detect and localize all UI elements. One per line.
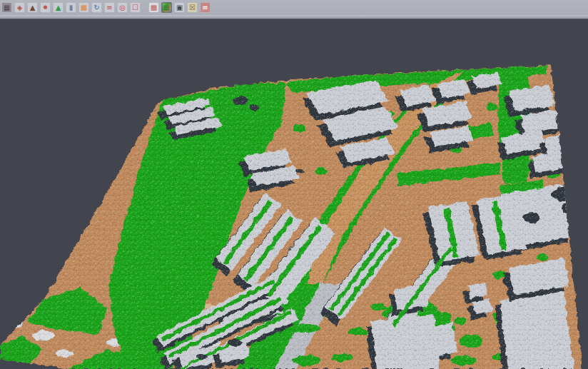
terrain-brown-icon[interactable]: ▲	[27, 2, 38, 13]
target-ring-icon[interactable]: ◎	[117, 2, 128, 13]
grid-hatch-icon[interactable]: ▩	[148, 2, 159, 13]
profile-column-icon[interactable]: ▮	[66, 2, 76, 13]
point-select-icon[interactable]: ●	[40, 2, 51, 13]
app-window: ▦◈▲●▲▮■↻≡◎☐▩▦▣☒≡	[0, 0, 588, 369]
camera-dark-icon[interactable]: ▣	[174, 2, 185, 13]
profile-column-glyph: ▮	[69, 4, 74, 11]
refresh-globe-glyph: ↻	[93, 4, 99, 11]
list-red-icon[interactable]: ≡	[104, 2, 115, 13]
main-toolbar: ▦◈▲●▲▮■↻≡◎☐▩▦▣☒≡	[0, 0, 588, 19]
terrain-green-glyph: ▲	[56, 4, 61, 11]
move-view-glyph: ◈	[17, 4, 23, 11]
classified-view-icon[interactable]: ▦	[161, 2, 172, 13]
point-speckle-overlay	[0, 0, 588, 369]
selection-frame-icon[interactable]: ☐	[130, 2, 141, 13]
toolbar-separator	[0, 15, 588, 19]
point-cloud-cube-glyph: ▦	[4, 4, 10, 11]
refresh-globe-icon[interactable]: ↻	[91, 2, 102, 13]
target-ring-glyph: ◎	[119, 4, 126, 11]
list-red-glyph: ≡	[106, 4, 112, 11]
red-bars-glyph: ≡	[202, 4, 208, 11]
ortho-square-glyph: ■	[81, 4, 87, 11]
clear-marks-icon[interactable]: ☒	[187, 2, 198, 13]
point-select-glyph: ●	[43, 5, 47, 10]
toolbar-icon-row: ▦◈▲●▲▮■↻≡◎☐▩▦▣☒≡	[0, 0, 588, 15]
camera-dark-glyph: ▣	[176, 4, 183, 11]
selection-frame-glyph: ☐	[132, 4, 138, 11]
terrain-brown-glyph: ▲	[30, 4, 36, 11]
grid-hatch-glyph: ▩	[151, 4, 157, 11]
red-bars-icon[interactable]: ≡	[200, 2, 211, 13]
ortho-square-icon[interactable]: ■	[78, 2, 89, 13]
clear-marks-glyph: ☒	[189, 4, 196, 11]
terrain-green-icon[interactable]: ▲	[53, 2, 64, 13]
point-cloud-cube-icon[interactable]: ▦	[1, 2, 12, 13]
move-view-icon[interactable]: ◈	[14, 2, 25, 13]
point-cloud	[0, 0, 588, 369]
viewport-3d[interactable]	[0, 0, 588, 369]
classified-view-glyph: ▦	[163, 4, 170, 11]
